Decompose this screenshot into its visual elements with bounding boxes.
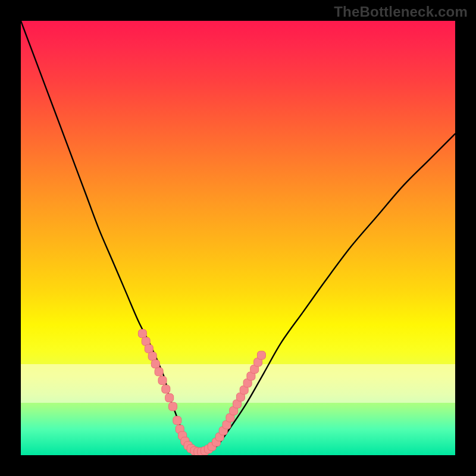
bottleneck-curve: [21, 21, 455, 453]
marker-group: [138, 330, 265, 455]
data-marker: [165, 394, 174, 402]
data-marker: [169, 402, 177, 411]
data-marker: [145, 345, 153, 353]
data-marker: [158, 376, 167, 384]
chart-svg-layer: [21, 21, 455, 455]
data-marker: [173, 416, 181, 425]
chart-frame: TheBottleneck.com: [0, 0, 476, 476]
data-marker: [148, 352, 156, 361]
data-marker: [138, 330, 146, 338]
data-marker: [155, 368, 163, 376]
data-marker: [151, 360, 159, 368]
data-marker: [257, 351, 265, 359]
watermark-text: TheBottleneck.com: [334, 4, 468, 20]
data-marker: [162, 385, 170, 393]
plot-area: [21, 21, 455, 455]
